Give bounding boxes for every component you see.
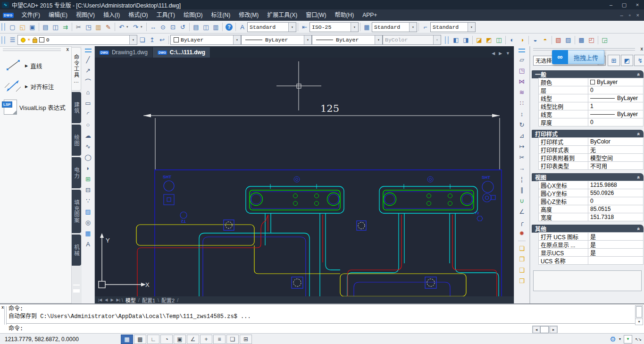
hatch-icon[interactable]: ▨ <box>83 206 93 217</box>
scroll-left-icon[interactable]: ◀ <box>533 326 540 333</box>
lineweight-combo[interactable]: ByLayer ▾ <box>312 35 383 45</box>
osnap-toggle[interactable]: ▣ <box>174 335 186 344</box>
layer-delete-icon[interactable]: ◰ <box>586 35 596 45</box>
menu-item-dimension[interactable]: 标注(N) <box>207 9 235 21</box>
spline-icon[interactable]: ∿ <box>83 141 93 152</box>
mdi-close-button[interactable]: × <box>636 12 639 18</box>
mdi-minimize-button[interactable]: – <box>620 12 623 18</box>
break-at-point-icon[interactable]: ¦ <box>517 174 527 185</box>
property-value[interactable]: ByLayer <box>588 95 643 101</box>
layer-combo[interactable]: ☀ 0 ▾ <box>17 35 137 45</box>
cut-icon[interactable]: ✂ <box>74 22 84 32</box>
help-icon[interactable]: ? <box>226 24 233 31</box>
toolbar-grip[interactable] <box>519 49 525 52</box>
vports-toggle[interactable]: ⊞ <box>240 335 252 344</box>
property-value[interactable]: 是 <box>588 249 643 257</box>
pan-icon[interactable]: ↔ <box>148 22 158 32</box>
toolbar-grip[interactable] <box>445 36 449 44</box>
menu-item-window[interactable]: 窗口(W) <box>301 9 330 21</box>
palette-tab-2[interactable]: 建筑 <box>72 92 81 123</box>
collapse-chevron-icon[interactable]: « <box>636 132 642 135</box>
ellipse-arc-icon[interactable]: ◗ <box>83 163 93 174</box>
command-prompt[interactable]: 命令: <box>8 325 23 333</box>
scrollbar-thumb[interactable] <box>540 326 549 333</box>
copy-object-icon[interactable]: ◳ <box>517 65 527 76</box>
palette-tab-4[interactable]: 电力 <box>72 157 81 188</box>
dimension-style-icon[interactable]: ⇤ <box>300 22 309 32</box>
arc-3point-icon[interactable]: ⌒ <box>83 76 93 87</box>
rectangle-icon[interactable]: ▭ <box>83 98 93 109</box>
collapse-chevron-icon[interactable]: « <box>636 227 642 230</box>
layout-tab-配置2[interactable]: 配置2 <box>159 296 177 304</box>
property-value[interactable]: 是 <box>588 233 643 241</box>
quick-select-button[interactable]: ⊞ <box>608 55 620 66</box>
tab-list-button[interactable]: ▼ <box>506 51 510 56</box>
design-center-icon[interactable]: ◫ <box>201 22 211 32</box>
palette-item-aligned-dimension[interactable]: ▶ 对齐标注 <box>0 76 71 97</box>
property-value[interactable]: 550.0926 <box>588 190 643 196</box>
layer-combo-arrow[interactable]: ▾ <box>129 35 137 44</box>
menu-item-view[interactable]: 视图(V) <box>72 9 99 21</box>
zoom-window-icon[interactable]: ⊡ <box>168 22 178 32</box>
palette-tab-5[interactable]: 填充图案 <box>72 190 81 233</box>
layer-states-icon[interactable]: ❏ <box>137 35 147 45</box>
palette-item-line[interactable]: ▶ 直线 <box>0 55 71 76</box>
gear-icon[interactable]: ⚙ <box>610 335 616 344</box>
property-value[interactable]: 0 <box>588 198 643 204</box>
chamfer-icon[interactable]: ∠ <box>517 206 527 217</box>
layer-unlock-icon[interactable]: ▨ <box>563 35 573 45</box>
polygon-icon[interactable]: ⌂ <box>83 87 93 98</box>
table-style-combo[interactable]: Standard▾ <box>372 22 417 32</box>
stretch-icon[interactable]: ↦ <box>517 141 527 152</box>
ortho-toggle[interactable]: ∟ <box>147 335 159 344</box>
property-value[interactable]: 是 <box>588 241 643 249</box>
toggle-pickadd-button[interactable]: ↯ <box>634 55 644 66</box>
layer-unisolate-icon[interactable]: ◫ <box>494 35 504 45</box>
select-objects-button[interactable]: ◩ <box>621 55 633 66</box>
tool-palettes-icon[interactable]: ▥ <box>211 22 221 32</box>
palette-tab-6[interactable]: 机械 <box>72 235 81 266</box>
arc-icon[interactable]: ◜ <box>83 109 93 119</box>
menu-item-help[interactable]: 帮助(H) <box>331 9 359 21</box>
menu-item-tools[interactable]: 工具(T) <box>152 9 179 21</box>
last-layout-button[interactable]: ▶| <box>115 298 122 302</box>
palette-tab-1[interactable]: 命令工具… <box>72 47 81 91</box>
document-tab-1[interactable]: DWGDrawing1.dwg <box>95 47 153 58</box>
open-folder-icon[interactable]: ◱ <box>17 22 27 32</box>
properties-palette-icon[interactable]: ▤ <box>191 22 201 32</box>
text-style-combo[interactable]: Standard▾ <box>247 22 296 32</box>
otrack-toggle[interactable]: ∠ <box>187 335 199 344</box>
explode-icon[interactable]: ✹ <box>517 228 527 239</box>
annotation-scale-button[interactable]: ▼ <box>624 335 632 344</box>
break-icon[interactable]: ∥ <box>517 185 527 195</box>
polar-toggle[interactable]: ◔ <box>160 335 173 344</box>
snap-toggle[interactable]: ▦ <box>121 335 133 344</box>
palette-grip[interactable] <box>3 49 61 51</box>
array-icon[interactable]: ∷ <box>517 98 527 109</box>
lwt-toggle[interactable]: ≡ <box>213 335 226 344</box>
layer-isolate-icon[interactable]: ◩ <box>484 35 494 45</box>
command-close-icon[interactable]: x <box>1 305 4 310</box>
menu-item-file[interactable]: 文件(F) <box>17 9 44 21</box>
menu-item-draw[interactable]: 绘图(D) <box>179 9 207 21</box>
copy-icon[interactable]: ◳ <box>84 22 93 32</box>
command-dock-grip[interactable] <box>4 306 7 325</box>
multileader-style-combo[interactable]: Standard▾ <box>430 22 476 32</box>
property-value[interactable]: ByLayer <box>588 111 643 117</box>
layer-freeze-icon[interactable]: ◒ <box>530 35 540 45</box>
collapse-chevron-icon[interactable]: « <box>636 176 642 178</box>
make-block-icon[interactable]: ⊟ <box>83 185 93 195</box>
layer-walk-icon[interactable]: ◲ <box>600 35 610 45</box>
undo-dropdown-icon[interactable]: ▾ <box>126 25 131 29</box>
close-button[interactable]: × <box>631 0 644 9</box>
dimension-style-combo[interactable]: ISO-25▾ <box>309 22 359 32</box>
new-file-icon[interactable]: ▢ <box>8 22 17 32</box>
menu-item-insert[interactable]: 插入(I) <box>99 9 124 21</box>
section-header[interactable]: 一般« <box>532 70 644 78</box>
zoom-realtime-icon[interactable]: ⊙ <box>158 22 168 32</box>
redo-dropdown-icon[interactable]: ▾ <box>141 25 145 29</box>
layer-previous-icon[interactable]: ↩ <box>157 35 167 45</box>
next-layout-button[interactable]: ▶ <box>109 298 115 302</box>
save-icon[interactable]: ▣ <box>27 22 37 32</box>
rotate-icon[interactable]: ↻ <box>517 119 527 130</box>
